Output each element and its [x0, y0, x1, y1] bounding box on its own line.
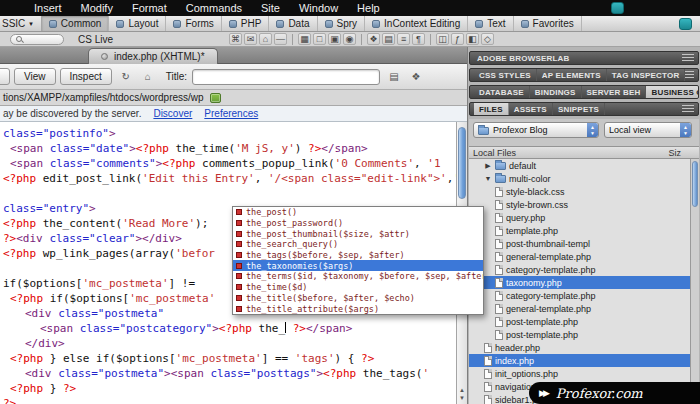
scrollbar-thumb[interactable] [692, 161, 698, 207]
file-row-post-template-php[interactable]: post-template.php [469, 328, 699, 341]
preview-icon[interactable]: ❖ [408, 69, 424, 85]
home-icon[interactable]: ⌂ [140, 69, 156, 85]
panel-menu-icon[interactable] [685, 71, 694, 79]
panel-tab-business-catalyst[interactable]: BUSINESS CATALYST [646, 86, 699, 98]
file-row-style-black-css[interactable]: style-black.css [469, 185, 699, 198]
file-row-general-template-php[interactable]: general-template.php [469, 250, 699, 263]
panel-tab-css-styles[interactable]: CSS STYLES [474, 69, 537, 81]
insert-div-icon[interactable]: □ [313, 33, 326, 45]
comment-icon[interactable]: ¶ [412, 33, 425, 45]
scroll-down-icon[interactable]: ▼ [457, 394, 467, 402]
menu-item-modify[interactable]: Modify [81, 2, 113, 14]
live-view-button[interactable]: View [14, 68, 56, 85]
panel-tab-snippets[interactable]: SNIPPETS [553, 103, 605, 115]
file-row-template-php[interactable]: template.php [469, 224, 699, 237]
panel-menu-icon[interactable] [682, 54, 694, 62]
document-tab[interactable]: index.php (XHTML)* [88, 48, 218, 64]
insert-tab-incontext-editing[interactable]: InContext Editing [365, 16, 468, 31]
code-hint-the-post-thumbnail-size-attr[interactable]: the_post_thumbnail($size, $attr) [233, 228, 483, 239]
file-row-general-template-php[interactable]: general-template.php [469, 302, 699, 315]
site-select[interactable]: Profexor Blog ▲▼ [473, 122, 599, 138]
media-icon[interactable]: ◉ [343, 33, 356, 45]
code-hint-the-search-query[interactable]: the_search_query() [233, 239, 483, 250]
file-row-init-options-php[interactable]: init_options.php [469, 367, 699, 380]
column-local-files[interactable]: Local Files [473, 148, 516, 158]
clipped-toolbar-button[interactable] [0, 68, 10, 85]
disclosure-triangle-icon[interactable]: ▶ [484, 162, 492, 170]
panel-menu-icon[interactable] [682, 105, 694, 113]
templates-icon[interactable]: ◧ [466, 33, 479, 45]
file-row-query-php[interactable]: query.php [469, 211, 699, 224]
insert-tab-common[interactable]: Common [42, 16, 110, 31]
panel-tab-ap-elements[interactable]: AP ELEMENTS [537, 69, 607, 81]
server-include-icon[interactable]: ≡ [397, 33, 410, 45]
workspace-switcher[interactable]: SSIC ▾ [0, 16, 42, 31]
tag-chooser-icon[interactable]: ◇ [481, 33, 494, 45]
file-row-category-template-php[interactable]: category-template.php [469, 289, 699, 302]
menu-item-help[interactable]: Help [357, 2, 380, 14]
file-tree[interactable]: ▶default▼multi-colorstyle-black.cssstyle… [469, 159, 699, 404]
menu-item-insert[interactable]: Insert [34, 2, 62, 14]
menu-item-format[interactable]: Format [132, 2, 167, 14]
panel-tab-assets[interactable]: ASSETS [509, 103, 553, 115]
hyperlink-icon[interactable]: ⌘ [229, 33, 242, 45]
insert-tab-php[interactable]: PHP [222, 16, 270, 31]
file-row-post-thumbnail-templ[interactable]: post-thumbnail-templ [469, 237, 699, 250]
code-hint-the-post[interactable]: the_post() [233, 207, 483, 218]
file-management-icon[interactable]: ▤ [386, 69, 402, 85]
widget-icon[interactable]: ❖ [367, 33, 380, 45]
code-hint-the-time-d[interactable]: the_time($d) [233, 282, 483, 293]
insert-tab-forms[interactable]: Forms [166, 16, 221, 31]
insert-tab-text[interactable]: Text [468, 16, 513, 31]
column-size[interactable]: Siz [668, 148, 681, 158]
file-row-index-php[interactable]: index.php [469, 354, 699, 367]
file-row-post-template-php[interactable]: post-template.php [469, 315, 699, 328]
file-row-multi-color[interactable]: ▼multi-color [469, 172, 699, 185]
insert-tab-favorites[interactable]: Favorites [514, 16, 582, 31]
code-hint-the-terms-id-taxonomy-before-sep-after[interactable]: the_terms($id, $taxonomy, $before, $sep,… [233, 271, 483, 282]
cs-live-button[interactable]: CS Live [78, 34, 113, 45]
code-hint-the-tags-before-sep-after[interactable]: the_tags($before, $sep, $after) [233, 250, 483, 261]
code-hint-the-post-password[interactable]: the_post_password() [233, 218, 483, 229]
insert-tab-layout[interactable]: Layout [109, 16, 166, 31]
code-hint-the-title-before-after-echo[interactable]: the_title($before, $after, $echo) [233, 293, 483, 304]
search-input[interactable] [10, 34, 64, 45]
file-row-category-template-php[interactable]: category-template.php [469, 263, 699, 276]
discover-link[interactable]: Discover [153, 108, 192, 119]
panel-tab-server-beh[interactable]: SERVER BEH [582, 86, 647, 98]
panel-tab-files[interactable]: FILES [474, 103, 509, 115]
date-icon[interactable]: ▤ [382, 33, 395, 45]
menu-item-commands[interactable]: Commands [186, 2, 242, 14]
close-document-icon[interactable] [101, 53, 108, 60]
scroll-up-icon[interactable]: ▲ [457, 386, 467, 394]
address-bar[interactable]: tions/XAMPP/xampfiles/htdocs/wordpress/w… [0, 90, 467, 106]
file-row-taxonomy-php[interactable]: taxonomy.php [469, 276, 699, 289]
scrollbar-arrows[interactable]: ▲ ▼ [457, 386, 467, 402]
panel-tab-tag-inspector[interactable]: TAG INSPECTOR [607, 69, 686, 81]
email-link-icon[interactable]: ✉ [244, 33, 257, 45]
file-tree-scrollbar[interactable] [690, 159, 699, 404]
code-hint-the-title-attribute-args[interactable]: the_title_attribute($args) [233, 303, 483, 314]
browserlab-service-icon[interactable] [679, 18, 692, 30]
file-row-style-brown-css[interactable]: style-brown.css [469, 198, 699, 211]
cs-services-icon[interactable] [611, 2, 624, 14]
code-hint-the-taxonomies-args[interactable]: the_taxonomies($args) [233, 260, 483, 271]
menu-item-window[interactable]: Window [299, 2, 338, 14]
horizontal-rule-icon[interactable]: — [274, 33, 287, 45]
head-icon[interactable]: ◫ [436, 33, 449, 45]
view-select[interactable]: Local view ▲▼ [604, 122, 692, 138]
panel-tab-bindings[interactable]: BINDINGS [530, 86, 582, 98]
file-row-default[interactable]: ▶default [469, 159, 699, 172]
named-anchor-icon[interactable]: ⌂ [259, 33, 272, 45]
document-title-field[interactable] [192, 69, 380, 85]
image-icon[interactable]: ▣ [328, 33, 341, 45]
site-grid-icon[interactable] [210, 93, 221, 103]
preferences-link[interactable]: Preferences [204, 108, 258, 119]
insert-tab-data[interactable]: Data [269, 16, 317, 31]
browserlab-panel-header[interactable]: ADOBE BROWSERLAB [469, 51, 699, 65]
table-icon[interactable]: ▦ [298, 33, 311, 45]
menu-item-site[interactable]: Site [261, 2, 280, 14]
insert-tab-spry[interactable]: Spry [318, 16, 366, 31]
script-icon[interactable]: ƒ [451, 33, 464, 45]
inspect-button[interactable]: Inspect [60, 68, 112, 85]
